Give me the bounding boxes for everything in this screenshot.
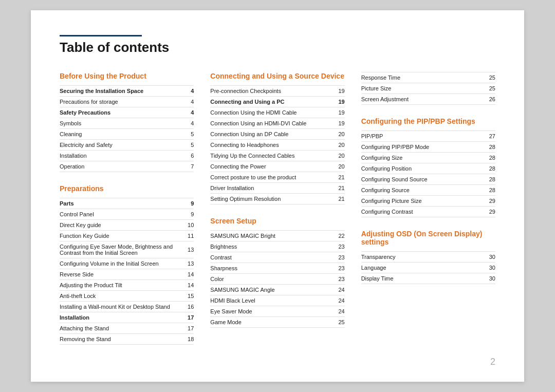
toc-label: Connecting to Headphones: [210, 140, 332, 151]
pip-pbp-table: PIP/PBP27Configuring PIP/PBP Mode28Confi…: [361, 130, 495, 217]
toc-label: Pre-connection Checkpoints: [210, 86, 332, 97]
toc-label: Adjusting the Product Tilt: [60, 280, 181, 291]
toc-label: Display Time: [361, 273, 483, 284]
toc-label: Color: [210, 274, 332, 285]
toc-number: 24: [332, 285, 345, 295]
toc-number: 4: [181, 118, 194, 129]
toc-label: Control Panel: [60, 209, 181, 220]
toc-label: Function Key Guide: [60, 231, 181, 241]
toc-number: 25: [483, 72, 495, 83]
toc-number: 6: [181, 151, 194, 161]
toc-number: 20: [332, 151, 345, 161]
toc-number: 28: [483, 142, 495, 153]
toc-label: Picture Size: [361, 83, 483, 94]
toc-label: Reverse Side: [60, 269, 181, 280]
column-1: Before Using the Product Securing the In…: [60, 72, 210, 357]
page-number: 2: [490, 357, 495, 367]
toc-number: 21: [332, 183, 345, 194]
toc-label: SAMSUNG MAGIC Bright: [210, 231, 332, 241]
toc-number: 19: [332, 107, 345, 118]
toc-label: Safety Precautions: [60, 107, 181, 118]
toc-label: Connection Using an DP Cable: [210, 129, 332, 140]
toc-label: Configuring Volume in the Initial Screen: [60, 258, 181, 269]
toc-number: 15: [181, 291, 194, 302]
column-3: Response Time25Picture Size25Screen Adju…: [361, 72, 495, 357]
section-screen-setup-title: Screen Setup: [210, 217, 344, 225]
toc-label: Configuring Source: [361, 185, 483, 196]
toc-label: Response Time: [361, 72, 483, 83]
toc-number: 13: [181, 258, 194, 269]
toc-number: 28: [483, 185, 495, 196]
section-pip-pbp-title: Configuring the PIP/PBP Settings: [361, 117, 495, 125]
toc-number: 21: [332, 194, 345, 204]
preparations-table: Parts9Control Panel9Direct Key guide10Fu…: [60, 198, 194, 345]
connecting-table: Pre-connection Checkpoints19Connecting a…: [210, 85, 344, 204]
toc-label: Tidying Up the Connected Cables: [210, 151, 332, 161]
toc-label: Connecting and Using a PC: [210, 97, 332, 107]
section-preparations-title: Preparations: [60, 184, 194, 193]
toc-number: 4: [181, 107, 194, 118]
toc-number: 27: [483, 131, 495, 142]
column-2: Connecting and Using a Source Device Pre…: [210, 72, 361, 357]
toc-number: 18: [181, 334, 194, 345]
toc-label: Installation: [60, 312, 181, 323]
toc-number: 25: [483, 83, 495, 94]
toc-number: 5: [181, 129, 194, 140]
toc-label: Removing the Stand: [60, 334, 181, 345]
toc-label: Setting Optimum Resolution: [210, 194, 332, 204]
toc-number: 9: [181, 198, 194, 209]
toc-number: 23: [332, 274, 345, 285]
toc-number: 9: [181, 209, 194, 220]
toc-number: 20: [332, 161, 345, 172]
screen-setup-table: SAMSUNG MAGIC Bright22Brightness23Contra…: [210, 230, 344, 328]
toc-label: Configuring Contrast: [361, 207, 483, 217]
toc-number: 10: [181, 220, 194, 231]
toc-number: 5: [181, 140, 194, 151]
toc-number: 20: [332, 140, 345, 151]
toc-label: Cleaning: [60, 129, 181, 140]
extra-rows-table: Response Time25Picture Size25Screen Adju…: [361, 72, 495, 105]
toc-number: 26: [483, 94, 495, 105]
before-using-table: Securing the Installation Space4Precauti…: [60, 85, 194, 172]
toc-number: 28: [483, 163, 495, 174]
toc-number: 14: [181, 280, 194, 291]
toc-number: 7: [181, 161, 194, 172]
toc-number: 25: [332, 317, 345, 328]
osd-table: Transparency30Language30Display Time30: [361, 251, 495, 284]
toc-label: Configuring Picture Size: [361, 196, 483, 207]
toc-label: Direct Key guide: [60, 220, 181, 231]
toc-label: Transparency: [361, 252, 483, 263]
toc-number: 24: [332, 295, 345, 306]
toc-number: 23: [332, 241, 345, 252]
toc-label: Securing the Installation Space: [60, 86, 181, 97]
toc-number: 19: [332, 86, 345, 97]
toc-label: Configuring PIP/PBP Mode: [361, 142, 483, 153]
toc-number: 14: [181, 269, 194, 280]
section-connecting-title: Connecting and Using a Source Device: [210, 72, 344, 80]
toc-number: 17: [181, 323, 194, 334]
toc-label: Connection Using the HDMI Cable: [210, 107, 332, 118]
toc-label: Anti-theft Lock: [60, 291, 181, 302]
toc-label: Installation: [60, 151, 181, 161]
section-osd-title: Adjusting OSD (On Screen Display) settin…: [361, 230, 495, 246]
toc-label: Attaching the Stand: [60, 323, 181, 334]
toc-number: 29: [483, 196, 495, 207]
toc-label: Contrast: [210, 252, 332, 263]
page-title: Table of contents: [60, 40, 495, 55]
toc-label: Operation: [60, 161, 181, 172]
toc-number: 30: [483, 263, 495, 273]
section-before-using-title: Before Using the Product: [60, 72, 194, 80]
toc-label: Configuring Position: [361, 163, 483, 174]
toc-label: Electricity and Safety: [60, 140, 181, 151]
toc-number: 22: [332, 231, 345, 241]
toc-number: 29: [483, 207, 495, 217]
toc-label: Parts: [60, 198, 181, 209]
toc-number: 28: [483, 174, 495, 185]
toc-label: PIP/PBP: [361, 131, 483, 142]
toc-label: Screen Adjustment: [361, 94, 483, 105]
toc-label: Game Mode: [210, 317, 332, 328]
toc-number: 30: [483, 252, 495, 263]
toc-number: 17: [181, 312, 194, 323]
toc-label: Symbols: [60, 118, 181, 129]
page: Table of contents Before Using the Produ…: [31, 10, 524, 382]
